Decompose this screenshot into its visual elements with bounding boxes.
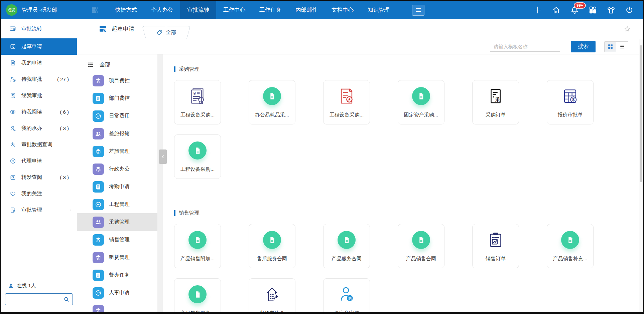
tab-bar: 起草申请 全部 bbox=[77, 19, 643, 39]
category-label: 日常费用 bbox=[109, 112, 130, 119]
category-item[interactable]: 差旅报销 bbox=[77, 125, 157, 142]
green-doc-icon bbox=[561, 224, 579, 256]
template-card[interactable]: 供 供应商审核 bbox=[323, 278, 370, 312]
template-card[interactable]: 工程设备采购... bbox=[174, 134, 221, 179]
template-card[interactable]: 销售订单 bbox=[472, 224, 519, 268]
sidebar-item[interactable]: 审批管理 bbox=[1, 202, 77, 218]
theme-shirt-icon[interactable] bbox=[607, 6, 616, 15]
sidebar-item-label: 起草申请 bbox=[21, 43, 42, 50]
grid-view-button[interactable] bbox=[605, 42, 616, 52]
sidebar-item[interactable]: 起草申请 bbox=[1, 38, 77, 55]
nav-item[interactable]: 知识管理 bbox=[361, 1, 397, 19]
avatar[interactable]: 理员 bbox=[6, 4, 17, 16]
template-card[interactable]: 产品销售合同 bbox=[398, 224, 444, 268]
category-item[interactable]: 租赁管理 bbox=[77, 249, 157, 266]
category-label: 部门费控 bbox=[109, 95, 130, 102]
green-doc-icon bbox=[188, 279, 207, 310]
nav-item[interactable]: 内部邮件 bbox=[288, 1, 325, 19]
list-icon bbox=[87, 61, 94, 68]
template-card[interactable]: $ 报价审批单 bbox=[547, 80, 594, 124]
user-block[interactable]: 理员 管理员 -研发部 bbox=[1, 4, 74, 16]
sidebar-item[interactable]: 转发查阅 ( 3 ) bbox=[1, 169, 77, 186]
template-sections: 采购管理 ¥ 工程设备采购... 办公易耗品采... 工程设备采购... 固定资… bbox=[163, 54, 643, 312]
tab-all[interactable]: 全部 bbox=[146, 26, 187, 39]
category-item[interactable]: 部门费控 bbox=[77, 89, 157, 107]
template-search-input[interactable] bbox=[490, 42, 560, 52]
sidebar-search-input[interactable] bbox=[5, 293, 73, 305]
template-card[interactable]: 产品销售服务... bbox=[174, 278, 221, 312]
category-people-icon bbox=[93, 217, 104, 228]
nav-item[interactable]: 文档中心 bbox=[325, 1, 361, 19]
category-people-icon bbox=[93, 128, 104, 139]
main-scrollbar[interactable] bbox=[639, 39, 643, 312]
svg-text:代: 代 bbox=[11, 160, 14, 163]
nav-item[interactable]: 工作任务 bbox=[252, 1, 288, 19]
template-card[interactable]: 工程设备采购... bbox=[323, 80, 370, 124]
sidebar-item[interactable]: 我的关注 bbox=[1, 186, 77, 202]
section-header: 销售管理 bbox=[174, 210, 636, 217]
apps-grid-icon[interactable] bbox=[589, 6, 597, 14]
nav-item[interactable]: 工作中心 bbox=[216, 1, 252, 19]
collapse-panel-handle[interactable] bbox=[159, 149, 167, 164]
sidebar-item-count: ( 3 ) bbox=[60, 175, 77, 180]
category-item[interactable]: 日常费用 bbox=[77, 107, 157, 125]
template-card[interactable]: 售后服务合同 bbox=[249, 224, 295, 268]
template-card-label: 产品销售附加... bbox=[180, 256, 215, 262]
template-card[interactable]: 产品销售附加... bbox=[174, 224, 221, 268]
category-coin-icon bbox=[93, 199, 104, 210]
nav-item[interactable]: 快捷方式 bbox=[108, 1, 144, 19]
sidebar-item-label: 经我审批 bbox=[21, 92, 42, 99]
category-item[interactable]: 采购管理 bbox=[77, 213, 157, 231]
category-label: 差旅报销 bbox=[109, 130, 130, 137]
panel-scrollbar[interactable] bbox=[157, 54, 163, 312]
template-card-label: 供应商审核 bbox=[334, 310, 359, 312]
sidebar-item[interactable]: 我的申请 bbox=[1, 55, 77, 71]
template-card[interactable]: ¥ 工程设备采购... bbox=[174, 80, 221, 124]
sidebar-item[interactable]: 代 代理申请 bbox=[1, 153, 77, 169]
template-card[interactable]: 产品销售补充... bbox=[547, 224, 594, 268]
sidebar-item[interactable]: 待我审批 ( 27 ) bbox=[1, 71, 77, 87]
navy-table-dollar-icon: $ bbox=[560, 80, 580, 112]
sidebar-item[interactable]: 审批数据查询 bbox=[1, 136, 77, 153]
search-button[interactable]: 搜索 bbox=[571, 41, 596, 52]
category-label: 销售管理 bbox=[109, 236, 130, 243]
template-card[interactable]: 办公易耗品采... bbox=[249, 80, 295, 124]
category-item[interactable]: 差旅管理 bbox=[77, 142, 157, 160]
template-card[interactable]: 采 采购订单 bbox=[472, 80, 519, 124]
category-item[interactable]: 人事申请 bbox=[77, 284, 157, 302]
sidebar-item[interactable]: 待我阅读 ( 6 ) bbox=[1, 104, 77, 120]
tag-icon bbox=[156, 29, 163, 36]
search-icon[interactable] bbox=[63, 296, 70, 302]
menu-lines-icon[interactable] bbox=[91, 6, 99, 14]
category-item[interactable] bbox=[77, 302, 157, 312]
category-item[interactable]: 行政办公 bbox=[77, 160, 157, 178]
bell-icon[interactable]: 99+ bbox=[570, 6, 579, 15]
section-title: 采购管理 bbox=[179, 66, 200, 73]
nav-item[interactable]: 审批流转 bbox=[180, 1, 216, 19]
black-doc-icon: 采 bbox=[486, 80, 505, 112]
category-item[interactable]: 考勤申请 bbox=[77, 178, 157, 196]
sidebar-menu: 起草申请 我的申请 待我审批 ( 27 ) 经我审批 待我阅读 ( 6 ) 我的… bbox=[1, 38, 77, 218]
home-icon[interactable] bbox=[552, 6, 561, 15]
sidebar-item[interactable]: 我的承办 ( 3 ) bbox=[1, 120, 77, 136]
category-item[interactable]: 工程管理 bbox=[77, 196, 157, 213]
favorite-star-icon[interactable] bbox=[624, 25, 631, 33]
category-item[interactable]: 销售管理 bbox=[77, 231, 157, 249]
template-card[interactable]: 产品服务合同 bbox=[323, 224, 370, 268]
sidebar-item[interactable]: 经我审批 bbox=[1, 87, 77, 104]
list-view-button[interactable] bbox=[616, 42, 628, 52]
section-header: 采购管理 bbox=[174, 66, 636, 73]
scrollbar-thumb[interactable] bbox=[640, 45, 642, 182]
power-icon[interactable] bbox=[625, 6, 634, 14]
template-card[interactable]: 固定资产采购... bbox=[398, 80, 444, 124]
draft-module-icon bbox=[99, 25, 107, 33]
sidebar-item-label: 我的申请 bbox=[21, 59, 42, 66]
nav-item[interactable]: 个人办公 bbox=[144, 1, 180, 19]
apps-menu-button[interactable] bbox=[412, 5, 424, 16]
template-card[interactable]: 出货申请单 bbox=[249, 278, 295, 312]
category-coin-icon bbox=[93, 287, 104, 299]
category-item[interactable]: 督办任务 bbox=[77, 266, 157, 284]
add-icon[interactable] bbox=[533, 5, 542, 15]
category-all[interactable]: 全部 bbox=[77, 58, 157, 72]
category-item[interactable]: 项目费控 bbox=[77, 72, 157, 89]
